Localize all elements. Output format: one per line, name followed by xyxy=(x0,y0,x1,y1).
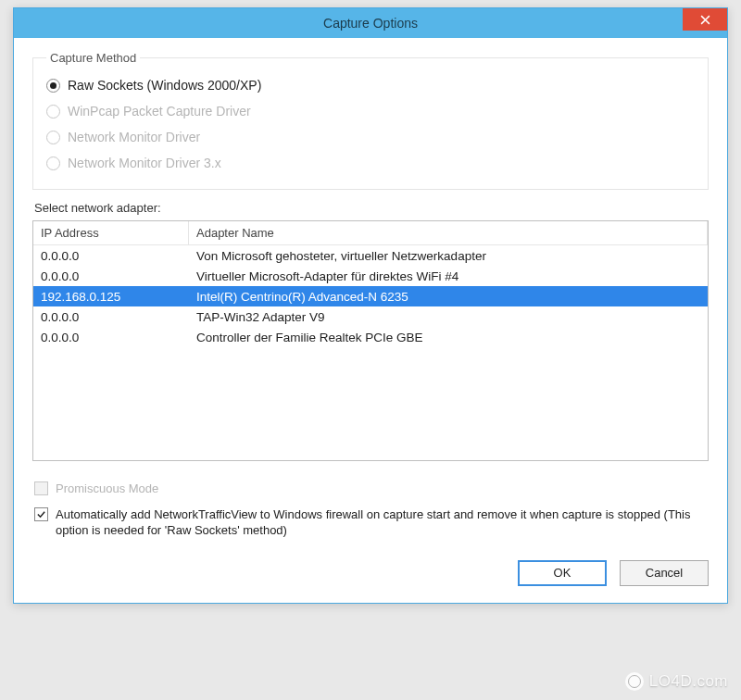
cell-ip: 0.0.0.0 xyxy=(33,310,189,324)
table-row[interactable]: 0.0.0.0 TAP-Win32 Adapter V9 xyxy=(33,306,708,327)
titlebar[interactable]: Capture Options xyxy=(14,8,727,38)
table-row[interactable]: 0.0.0.0 Controller der Familie Realtek P… xyxy=(33,327,708,347)
table-row[interactable]: 0.0.0.0 Von Microsoft gehosteter, virtue… xyxy=(33,245,708,266)
checkbox-label: Promiscuous Mode xyxy=(56,481,158,497)
cell-ip: 0.0.0.0 xyxy=(33,249,189,263)
radio-icon xyxy=(46,131,60,144)
watermark: LO4D.com xyxy=(625,672,728,691)
radio-icon xyxy=(46,105,60,119)
table-row[interactable]: 0.0.0.0 Virtueller Microsoft-Adapter für… xyxy=(33,266,708,286)
cancel-button[interactable]: Cancel xyxy=(620,560,709,586)
button-label: Cancel xyxy=(646,566,683,580)
watermark-text: LO4D.com xyxy=(649,672,728,691)
radio-raw-sockets[interactable]: Raw Sockets (Windows 2000/XP) xyxy=(46,72,695,98)
adapter-table[interactable]: IP Address Adapter Name 0.0.0.0 Von Micr… xyxy=(32,220,709,461)
radio-label: WinPcap Packet Capture Driver xyxy=(68,104,251,119)
cell-name: TAP-Win32 Adapter V9 xyxy=(189,310,708,324)
column-name[interactable]: Adapter Name xyxy=(189,221,708,244)
table-header[interactable]: IP Address Adapter Name xyxy=(33,221,708,245)
cell-name: Virtueller Microsoft-Adapter für direkte… xyxy=(189,269,708,283)
window-content: Capture Method Raw Sockets (Windows 2000… xyxy=(14,38,727,603)
radio-netmon: Network Monitor Driver xyxy=(46,124,695,150)
cell-ip: 0.0.0.0 xyxy=(33,269,189,283)
cell-name: Von Microsoft gehosteter, virtueller Net… xyxy=(189,249,708,263)
ok-button[interactable]: OK xyxy=(518,560,607,586)
close-icon xyxy=(700,15,710,25)
checkbox-icon xyxy=(34,507,48,521)
table-body: 0.0.0.0 Von Microsoft gehosteter, virtue… xyxy=(33,245,708,347)
capture-method-group: Capture Method Raw Sockets (Windows 2000… xyxy=(32,51,709,190)
radio-icon xyxy=(46,79,60,93)
close-button[interactable] xyxy=(683,8,727,31)
globe-icon xyxy=(625,672,644,691)
cell-name: Controller der Familie Realtek PCIe GBE xyxy=(189,331,708,344)
radio-icon xyxy=(46,156,60,170)
radio-winpcap: WinPcap Packet Capture Driver xyxy=(46,98,695,124)
checkmark-icon xyxy=(36,509,46,519)
radio-label: Network Monitor Driver xyxy=(68,130,200,144)
lower-options: Promiscuous Mode Automatically add Netwo… xyxy=(32,476,709,544)
radio-label: Network Monitor Driver 3.x xyxy=(68,156,221,170)
button-label: OK xyxy=(554,566,571,580)
table-row[interactable]: 192.168.0.125 Intel(R) Centrino(R) Advan… xyxy=(33,286,708,306)
button-row: OK Cancel xyxy=(32,560,709,586)
column-ip[interactable]: IP Address xyxy=(33,221,189,244)
radio-label: Raw Sockets (Windows 2000/XP) xyxy=(68,78,261,93)
firewall-checkbox[interactable]: Automatically add NetworkTrafficView to … xyxy=(32,502,709,544)
capture-method-legend: Capture Method xyxy=(46,51,140,65)
window-title: Capture Options xyxy=(323,16,418,31)
capture-options-window: Capture Options Capture Method Raw Socke… xyxy=(13,7,728,604)
adapter-section-label: Select network adapter: xyxy=(34,201,709,215)
cell-ip: 0.0.0.0 xyxy=(33,331,189,344)
cell-name: Intel(R) Centrino(R) Advanced-N 6235 xyxy=(189,290,708,304)
checkbox-label: Automatically add NetworkTrafficView to … xyxy=(56,506,707,539)
promiscuous-mode-checkbox: Promiscuous Mode xyxy=(32,476,709,502)
cell-ip: 192.168.0.125 xyxy=(33,290,189,304)
radio-netmon3x: Network Monitor Driver 3.x xyxy=(46,150,695,176)
checkbox-icon xyxy=(34,481,48,495)
